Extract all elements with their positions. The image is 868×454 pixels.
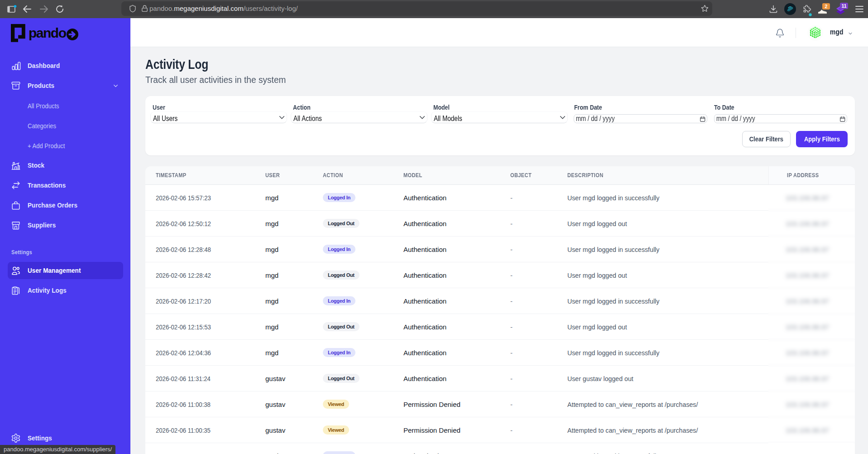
svg-text:11: 11 xyxy=(841,3,846,9)
svg-text:2: 2 xyxy=(825,4,828,9)
